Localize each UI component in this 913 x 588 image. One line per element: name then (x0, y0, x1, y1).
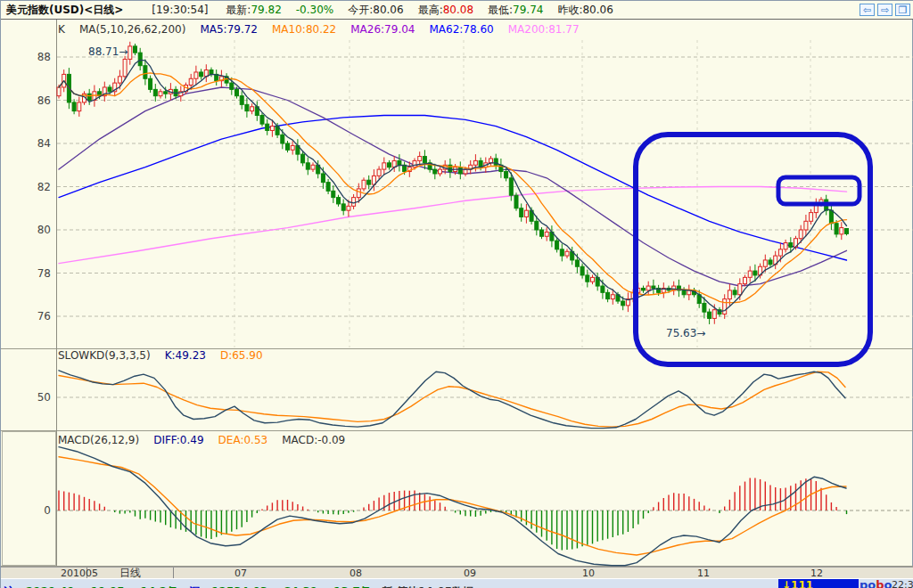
kd-formula-label: SLOWKD(9,3,3,5) (58, 349, 151, 362)
k-chart-label: K (58, 23, 65, 36)
kd-label-row: SLOWKD(9,3,3,5)K:49.23D:65.90 (58, 349, 277, 362)
pobo-logo-letter: p (860, 578, 868, 588)
axis-tick-label: 76 (19, 310, 51, 323)
candlestick-series (57, 42, 849, 324)
macd-dea-line (59, 457, 846, 555)
quote-field-label: 昨收: (557, 4, 582, 16)
macd-value-label: DEA:0.53 (218, 434, 268, 446)
quote-field-value: 79.74 (513, 4, 543, 16)
ma-value-label: MA5:79.72 (200, 23, 258, 36)
quote-field: 最高:80.08 (418, 4, 473, 16)
app-window: 美元指数(USD)<日线> [19:30:54] 最新:79.82-0.30%今… (0, 0, 913, 588)
quote-fields: 最新:79.82-0.30%今开:80.06最高:80.08最低:79.74昨收… (211, 4, 613, 16)
ma-value-label: MA200:81.77 (508, 23, 580, 36)
slowkd-panel (59, 371, 845, 429)
quote-field: 最低:79.74 (488, 4, 543, 16)
ma200-line (59, 187, 847, 264)
kd-value-label: D:65.90 (220, 349, 263, 362)
quote-time: [19:30:54] (152, 4, 208, 16)
signal-badge: ↓111 (778, 579, 859, 588)
pobo-logo-letter: o (868, 578, 876, 588)
kd-k-line (59, 371, 845, 429)
window-buttons: ⇦⇨❐ (860, 4, 910, 16)
quote-field-value: 79.82 (251, 4, 281, 16)
pobo-logo: pobo (860, 579, 892, 588)
macd-diff-line (59, 447, 846, 566)
ma-value-label: MA62:78.60 (429, 23, 493, 36)
time-axis: 日线 201005070809101112 (1, 567, 913, 579)
chart-canvas[interactable] (1, 1, 913, 588)
axis-tick-label: 86 (19, 94, 51, 107)
index-ticker: 沪2929.49-19.95-14.2亿深12534.03-84.39-13.7… (4, 584, 485, 588)
macd-formula-label: MACD(26,12,9) (58, 434, 139, 446)
panel-frame (1, 20, 913, 567)
axis-tick-label: 80 (19, 224, 51, 236)
annotation-peak-price: 88.71→ (88, 45, 127, 58)
back-button-icon[interactable]: ⇦ (860, 4, 875, 16)
quote-field: 昨收:80.06 (557, 4, 613, 16)
axis-tick-label: 82 (19, 181, 51, 193)
quote-field-label: 最低: (488, 4, 513, 16)
ma-formula-label: MA(5,10,26,62,200) (79, 23, 186, 36)
quote-field-value: 80.06 (582, 4, 613, 16)
quote-field-value: 80.08 (443, 4, 473, 16)
quote-field: -0.30% (296, 4, 333, 16)
pobo-logo-letter: b (876, 578, 884, 588)
ma10-line (59, 73, 847, 303)
annotation-low-price: 75.63→ (666, 327, 705, 339)
forward-button-icon[interactable]: ⇨ (877, 4, 892, 16)
kd-d-line (59, 372, 845, 427)
cascade-button-icon[interactable]: ❐ (895, 4, 910, 16)
axis-tick-label: 78 (19, 267, 51, 280)
status-clock: 22:34 (892, 579, 913, 588)
status-bar: 沪2929.49-19.95-14.2亿深12534.03-84.39-13.7… (1, 578, 913, 588)
ma-value-label: MA10:80.22 (272, 23, 336, 36)
macd-lines (59, 447, 846, 566)
quote-field-value: -0.30% (296, 4, 333, 16)
ma-value-label: MA26:79.04 (350, 23, 415, 36)
axis-tick-label: 50 (19, 391, 51, 404)
quote-header: 美元指数(USD)<日线> [19:30:54] 最新:79.82-0.30%今… (1, 1, 913, 20)
quote-field-label: 今开: (348, 4, 373, 16)
axis-tick-label: 84 (19, 137, 51, 150)
kd-value-label: K:49.23 (165, 349, 206, 362)
quote-field: 最新:79.82 (226, 4, 281, 16)
axis-tick-label: 0 (19, 504, 51, 517)
axis-tick-label: 88 (19, 51, 51, 63)
quote-field-value: 80.06 (373, 4, 403, 16)
quote-field: 今开:80.06 (348, 4, 403, 16)
ma10-line (59, 73, 847, 303)
instrument-title: 美元指数(USD)<日线> (6, 4, 123, 16)
ma-label-row: KMA(5,10,26,62,200)MA5:79.72MA10:80.22MA… (58, 23, 594, 36)
macd-label-row: MACD(26,12,9)DIFF:0.49DEA:0.53MACD:-0.09 (58, 434, 359, 446)
ma200-line (59, 187, 847, 264)
quote-field-label: 最新: (226, 4, 251, 16)
quote-field-label: 最高: (418, 4, 443, 16)
macd-value-label: MACD:-0.09 (282, 434, 345, 446)
macd-value-label: DIFF:0.49 (153, 434, 203, 446)
